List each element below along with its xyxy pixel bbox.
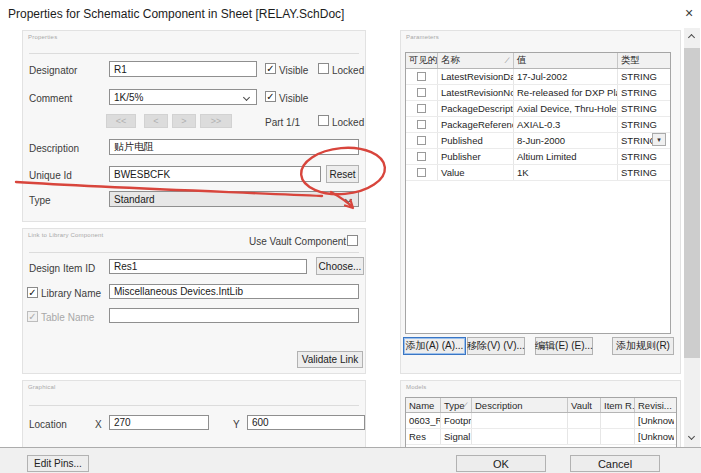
chevron-down-icon[interactable] <box>345 196 352 203</box>
part-locked-checkbox[interactable] <box>318 115 329 126</box>
parameter-row[interactable]: PackageDescription Axial Device, Thru-Ho… <box>406 101 670 117</box>
models-group: Models Name Type∕ Description Vault Item… <box>400 380 681 447</box>
chevron-down-icon[interactable] <box>243 94 250 101</box>
cell-visible <box>406 117 438 132</box>
type-combobox[interactable]: Standard <box>109 191 359 207</box>
published-type-dropdown-icon[interactable]: ▾ <box>652 133 666 146</box>
cell-value: Re-released for DXP Plat <box>514 85 618 100</box>
table-name-input[interactable] <box>109 308 359 323</box>
cell-visible <box>406 149 438 164</box>
choose-button[interactable]: Choose... <box>316 257 364 275</box>
location-y-input[interactable]: 600 <box>247 415 365 430</box>
cell-value: AXIAL-0.3 <box>514 117 618 132</box>
vertical-scrollbar[interactable] <box>684 28 700 447</box>
model-row[interactable]: Res Signal In [Unknow <box>406 429 676 445</box>
description-input[interactable]: 贴片电阻 <box>109 139 359 155</box>
designator-visible-label: Visible <box>279 65 308 76</box>
model-name-combobox[interactable]: 0603_R▾ <box>406 413 441 428</box>
model-type: Signal In <box>441 429 472 444</box>
cell-type: STRING <box>618 85 670 100</box>
cancel-button[interactable]: Cancel <box>570 455 660 472</box>
col-model-revision[interactable]: Revisi... <box>635 398 674 412</box>
col-visible[interactable]: 可见的 <box>406 53 438 68</box>
model-description <box>472 429 568 444</box>
reset-button[interactable]: Reset <box>326 165 359 183</box>
sort-ascending-icon: ∕ <box>507 56 510 65</box>
parameter-row[interactable]: PackageReference AXIAL-0.3 STRING <box>406 117 670 133</box>
location-x-input[interactable]: 270 <box>109 415 209 430</box>
parameter-row[interactable]: Published 8-Jun-2000 STRING <box>406 133 670 149</box>
graphical-group-label: Graphical <box>28 384 55 390</box>
col-name[interactable]: 名称∕ <box>438 53 514 68</box>
scroll-up-icon[interactable] <box>688 34 695 41</box>
parameter-row[interactable]: Value 1K STRING <box>406 165 670 181</box>
row-visible-checkbox[interactable] <box>417 88 426 97</box>
models-header-row[interactable]: Name Type∕ Description Vault Item R... R… <box>406 398 676 413</box>
col-type[interactable]: 类型 <box>618 53 670 68</box>
add-rule-button[interactable]: 添加规则(R) <box>612 337 674 355</box>
link-group-label: Link to Library Component <box>28 232 103 238</box>
unique-id-input[interactable]: BWESBCFK <box>109 166 321 182</box>
comment-visible-label: Visible <box>279 93 308 104</box>
properties-group: Properties Designator R1 Visible Locked … <box>22 30 366 222</box>
edit-parameter-button[interactable]: 编辑(E) (E)... <box>535 337 593 355</box>
window-title: Properties for Schematic Component in Sh… <box>8 7 344 21</box>
model-item <box>601 429 635 444</box>
row-visible-checkbox[interactable] <box>417 72 426 81</box>
cell-name: Publisher <box>438 149 514 164</box>
row-visible-checkbox[interactable] <box>417 120 426 129</box>
model-row[interactable]: 0603_R▾ Footprin [Unknow <box>406 413 676 429</box>
scrollbar-thumb[interactable] <box>684 48 700 358</box>
parameter-row[interactable]: LatestRevisionNote Re-released for DXP P… <box>406 85 670 101</box>
col-model-item[interactable]: Item R... <box>601 398 635 412</box>
parameters-group: Parameters 可见的 名称∕ 值 类型 LatestRevisionDa… <box>400 30 681 374</box>
designator-locked-checkbox[interactable] <box>318 63 329 74</box>
cell-name: Value <box>438 165 514 180</box>
add-parameter-button[interactable]: 添加(A) (A)... <box>403 337 466 355</box>
cell-name: Published <box>438 133 514 148</box>
ok-button[interactable]: OK <box>456 455 546 472</box>
cell-value: 17-Jul-2002 <box>514 69 618 84</box>
designator-label: Designator <box>29 65 77 76</box>
col-value[interactable]: 值 <box>514 53 618 68</box>
use-vault-checkbox[interactable] <box>347 235 358 246</box>
model-vault <box>568 413 601 428</box>
col-model-name[interactable]: Name <box>406 398 441 412</box>
link-group: Link to Library Component Use Vault Comp… <box>22 228 366 374</box>
parameter-row[interactable]: LatestRevisionDate 17-Jul-2002 STRING <box>406 69 670 85</box>
designator-input[interactable]: R1 <box>109 61 257 77</box>
part-last-button[interactable]: >> <box>200 114 232 128</box>
scroll-down-icon[interactable] <box>688 433 695 440</box>
part-first-button[interactable]: << <box>106 114 136 128</box>
comment-combobox[interactable]: 1K/5% <box>109 89 257 105</box>
comment-visible-checkbox[interactable] <box>265 91 276 102</box>
location-label: Location <box>29 419 67 430</box>
validate-link-button[interactable]: Validate Link <box>297 351 363 368</box>
parameters-header-row[interactable]: 可见的 名称∕ 值 类型 <box>406 53 670 69</box>
library-name-input[interactable]: Miscellaneous Devices.IntLib <box>109 284 359 299</box>
table-name-checkbox[interactable] <box>27 311 38 322</box>
row-visible-checkbox[interactable] <box>417 136 426 145</box>
row-visible-checkbox[interactable] <box>417 104 426 113</box>
close-icon[interactable]: × <box>679 3 699 23</box>
comment-value: 1K/5% <box>114 92 143 103</box>
part-next-button[interactable]: > <box>172 114 196 128</box>
designator-visible-checkbox[interactable] <box>265 63 276 74</box>
remove-parameter-button[interactable]: 移除(V) (V)... <box>467 337 525 355</box>
design-item-id-input[interactable]: Res1 <box>109 259 307 274</box>
edit-pins-button[interactable]: Edit Pins... <box>27 455 89 472</box>
cell-value: Axial Device, Thru-Hole; 2 <box>514 101 618 116</box>
cell-name: LatestRevisionNote <box>438 85 514 100</box>
cell-type: STRING <box>618 117 670 132</box>
parameter-row[interactable]: Publisher Altium Limited STRING <box>406 149 670 165</box>
part-prev-button[interactable]: < <box>144 114 168 128</box>
col-model-vault[interactable]: Vault <box>568 398 601 412</box>
cell-visible <box>406 85 438 100</box>
col-model-description[interactable]: Description <box>472 398 568 412</box>
use-vault-label: Use Vault Component <box>249 236 346 247</box>
col-model-type[interactable]: Type∕ <box>441 398 472 412</box>
row-visible-checkbox[interactable] <box>417 168 426 177</box>
row-visible-checkbox[interactable] <box>417 152 426 161</box>
library-name-checkbox[interactable] <box>27 287 38 298</box>
model-item <box>601 413 635 428</box>
